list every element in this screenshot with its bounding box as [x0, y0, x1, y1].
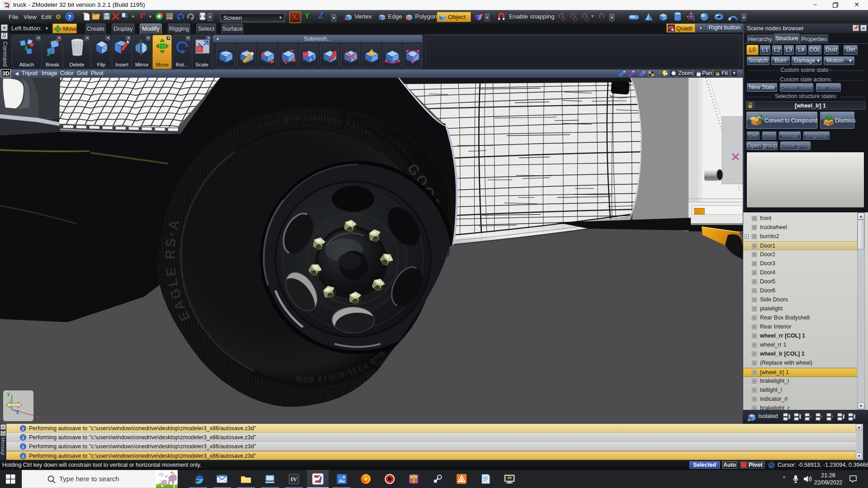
svg-text:X: X — [36, 415, 39, 420]
svg-text:i: i — [23, 444, 24, 449]
svg-text:i: i — [23, 426, 24, 431]
svg-text:99: 99 — [508, 476, 512, 480]
svg-text:i: i — [23, 435, 24, 440]
svg-text:?: ? — [68, 14, 71, 20]
svg-text:Z: Z — [16, 410, 19, 415]
svg-text:i: i — [23, 454, 24, 459]
svg-text:Y: Y — [7, 392, 10, 397]
svg-text:IV: IV — [291, 476, 297, 483]
